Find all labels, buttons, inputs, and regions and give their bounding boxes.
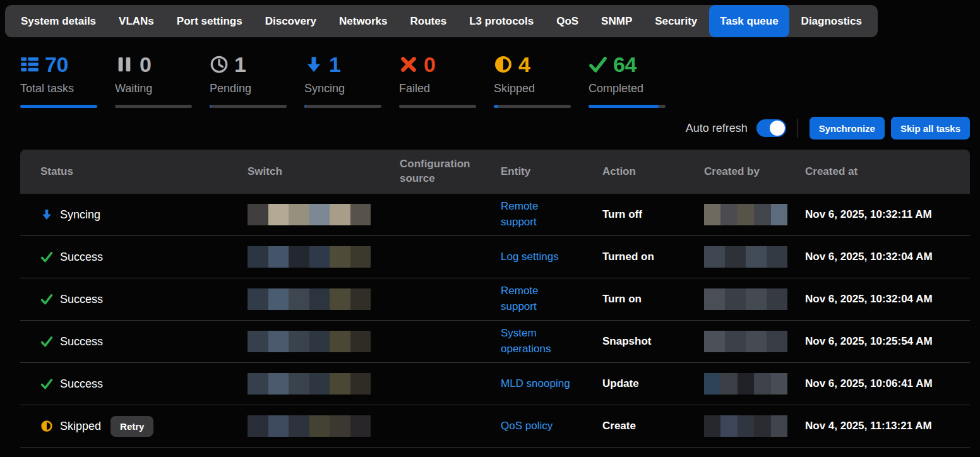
synchronize-button[interactable]: Synchronize: [810, 117, 885, 139]
entity-link[interactable]: Remote support: [501, 283, 571, 314]
table-row: SuccessRemote supportTurn onNov 6, 2025,…: [20, 278, 970, 321]
status-text: Success: [60, 251, 103, 264]
created-at-cell: Nov 6, 2025, 10:32:11 AM: [805, 208, 970, 221]
stat-label: Total tasks: [20, 82, 97, 95]
stat-skipped: 4Skipped: [494, 52, 571, 108]
status-text: Success: [60, 377, 103, 391]
created-by-cell: [704, 331, 805, 352]
action-cell: Snapshot: [602, 335, 704, 348]
stat-value: 1: [234, 52, 246, 77]
entity-link[interactable]: Remote support: [501, 199, 571, 230]
created-at-cell: Nov 6, 2025, 10:32:04 AM: [805, 293, 970, 306]
stat-progress-bar: [304, 105, 381, 108]
action-cell: Turn off: [602, 208, 704, 221]
vertical-divider: [798, 119, 798, 138]
table-row: SyncingRemote supportTurn offNov 6, 2025…: [20, 194, 970, 236]
status-cell: Syncing: [20, 208, 248, 222]
stat-syncing: 1Syncing: [304, 52, 381, 108]
stat-value: 64: [613, 52, 636, 77]
switch-cell: [248, 331, 400, 352]
created-by-redacted-image: [704, 204, 787, 225]
entity-link[interactable]: Log settings: [501, 249, 559, 265]
stat-pending: 1Pending: [210, 52, 287, 108]
stat-label: Failed: [399, 82, 476, 95]
retry-button[interactable]: Retry: [111, 416, 153, 437]
stat-value: 1: [329, 52, 340, 77]
status-cell: SkippedRetry: [20, 416, 248, 437]
nav-tab-security[interactable]: Security: [644, 5, 708, 37]
arrow-down-icon: [304, 55, 323, 74]
nav-tab-port-settings[interactable]: Port settings: [166, 5, 253, 37]
stat-progress-bar: [210, 105, 287, 108]
nav-tab-networks[interactable]: Networks: [328, 5, 398, 37]
stat-progress-bar: [494, 105, 571, 108]
nav-tab-discovery[interactable]: Discovery: [254, 5, 327, 37]
arrow-down-icon: [40, 208, 53, 221]
status-text: Success: [60, 293, 103, 306]
stat-label: Syncing: [304, 82, 381, 95]
table-row: SuccessLog settingsTurned onNov 6, 2025,…: [20, 236, 970, 278]
stat-progress-fill: [304, 105, 306, 108]
created-by-redacted-image: [704, 331, 787, 352]
column-header-action: Action: [602, 165, 704, 179]
created-at-cell: Nov 6, 2025, 10:25:54 AM: [805, 335, 970, 348]
x-icon: [399, 55, 418, 74]
table-header: StatusSwitchConfiguration sourceEntityAc…: [20, 150, 970, 194]
switch-cell: [248, 204, 400, 225]
switch-redacted-image: [248, 288, 371, 310]
column-header-configuration-source: Configuration source: [400, 157, 501, 186]
pause-icon: [115, 55, 134, 74]
stat-progress-bar: [115, 105, 192, 108]
entity-link[interactable]: System operations: [501, 326, 571, 357]
status-cell: Success: [20, 251, 248, 264]
created-by-cell: [704, 415, 805, 437]
created-by-cell: [704, 373, 805, 395]
switch-cell: [248, 246, 400, 268]
created-by-redacted-image: [704, 373, 787, 395]
nav-tab-l3-protocols[interactable]: L3 protocols: [458, 5, 544, 37]
stat-waiting: 0Waiting: [115, 52, 192, 108]
entity-cell: Remote support: [501, 283, 602, 314]
status-text: Skipped: [60, 420, 101, 433]
nav-tab-qos[interactable]: QoS: [546, 5, 589, 37]
status-text: Success: [60, 335, 103, 348]
created-by-redacted-image: [704, 246, 787, 268]
stat-progress-fill: [494, 105, 498, 108]
stat-completed: 64Completed: [589, 52, 666, 108]
nav-tab-snmp[interactable]: SNMP: [590, 5, 643, 37]
table-row: SuccessSystem operationsSnapshotNov 6, 2…: [20, 321, 970, 363]
stat-value: 4: [518, 52, 530, 77]
nav-tab-routes[interactable]: Routes: [400, 5, 458, 37]
entity-cell: Remote support: [501, 199, 602, 230]
entity-cell: MLD snooping: [501, 376, 602, 392]
check-icon: [40, 335, 53, 348]
created-by-cell: [704, 246, 805, 268]
skip-all-tasks-button[interactable]: Skip all tasks: [891, 117, 970, 139]
page: System detailsVLANsPort settingsDiscover…: [0, 0, 980, 448]
toggle-knob: [770, 121, 785, 136]
stat-progress-bar: [399, 105, 476, 108]
auto-refresh-label: Auto refresh: [686, 122, 748, 135]
nav-tab-task-queue[interactable]: Task queue: [709, 5, 789, 37]
column-header-created-at: Created at: [805, 165, 970, 179]
status-cell: Success: [20, 377, 248, 391]
top-nav: System detailsVLANsPort settingsDiscover…: [5, 5, 878, 37]
stat-progress-bar: [589, 105, 666, 108]
stat-progress-bar: [20, 105, 97, 108]
auto-refresh-toggle[interactable]: [756, 119, 786, 137]
check-icon: [40, 293, 53, 306]
task-queue-table: StatusSwitchConfiguration sourceEntityAc…: [20, 150, 970, 448]
nav-tab-diagnostics[interactable]: Diagnostics: [791, 5, 873, 37]
entity-link[interactable]: MLD snooping: [501, 376, 570, 392]
entity-link[interactable]: QoS policy: [501, 418, 553, 434]
nav-tab-system-details[interactable]: System details: [10, 5, 107, 37]
check-icon: [40, 377, 53, 390]
switch-redacted-image: [248, 415, 371, 437]
nav-tab-vlans[interactable]: VLANs: [108, 5, 165, 37]
clock-icon: [210, 55, 229, 74]
switch-cell: [248, 415, 400, 437]
check-icon: [40, 251, 53, 263]
created-at-cell: Nov 4, 2025, 11:13:21 AM: [805, 420, 970, 432]
switch-redacted-image: [248, 246, 371, 268]
controls-row: Auto refresh Synchronize Skip all tasks: [20, 117, 970, 139]
